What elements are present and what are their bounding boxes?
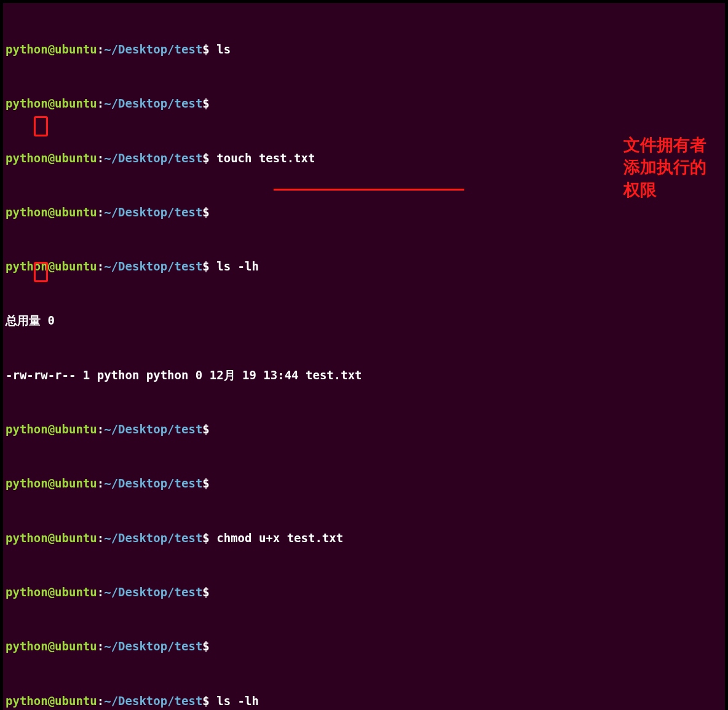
output-line: -rw-rw-r-- 1 python python 0 12月 19 13:4… (6, 366, 722, 384)
prompt-line: python@ubuntu:~/Desktop/test$ (6, 95, 722, 112)
page-wrap: python@ubuntu:~/Desktop/test$ ls python@… (0, 0, 728, 710)
prompt-line: python@ubuntu:~/Desktop/test$ ls -lh (6, 692, 722, 710)
prompt-line: python@ubuntu:~/Desktop/test$ (6, 637, 722, 655)
highlight-box-perm-dash (34, 116, 48, 136)
prompt-line: python@ubuntu:~/Desktop/test$ ls (6, 41, 722, 58)
annotation-1: 文件拥有者添加执行的权限 (623, 134, 713, 201)
prompt-line: python@ubuntu:~/Desktop/test$ ls -lh (6, 258, 722, 275)
prompt-line: python@ubuntu:~/Desktop/test$ (6, 475, 722, 492)
user: python (6, 42, 48, 56)
prompt-line: python@ubuntu:~/Desktop/test$ chmod u+x … (6, 529, 722, 547)
prompt-line: python@ubuntu:~/Desktop/test$ touch test… (6, 149, 722, 167)
prompt-line: python@ubuntu:~/Desktop/test$ (6, 203, 722, 221)
prompt-line: python@ubuntu:~/Desktop/test$ (6, 420, 722, 438)
output-line: 总用量 0 (6, 312, 722, 329)
underline-chmod (274, 189, 464, 191)
terminal-panel-1[interactable]: python@ubuntu:~/Desktop/test$ ls python@… (0, 0, 728, 710)
prompt-line: python@ubuntu:~/Desktop/test$ (6, 583, 722, 601)
